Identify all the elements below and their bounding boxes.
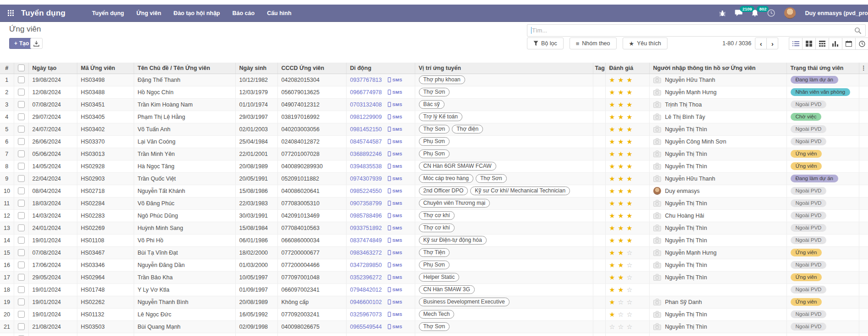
phone-link[interactable]: 0937767813: [350, 77, 382, 83]
table-row[interactable]: 19 19/01/2024 HS02262 Nguyễn Thanh Bình …: [0, 296, 868, 308]
star-icon[interactable]: ★: [627, 76, 633, 84]
phone-link[interactable]: 0703132408: [350, 101, 382, 108]
star-icon[interactable]: ★: [618, 286, 624, 293]
star-icon[interactable]: ★: [609, 150, 615, 158]
table-row[interactable]: 22: [0, 333, 868, 336]
row-checkbox[interactable]: [18, 299, 25, 305]
row-checkbox[interactable]: [18, 101, 25, 108]
col-recruiter[interactable]: Người nhập thông tin hồ sơ Ứng viên: [649, 63, 787, 74]
table-row[interactable]: 14 19/01/2024 HS01108 Võ Phi Hồ 06/01/19…: [0, 234, 868, 246]
star-icon[interactable]: ★: [627, 175, 633, 182]
phone-link[interactable]: 0981452150: [350, 126, 382, 133]
star-icon[interactable]: ☆: [618, 311, 624, 318]
debug-bug-icon[interactable]: [719, 10, 726, 16]
activity-view-button[interactable]: [855, 37, 868, 50]
star-icon[interactable]: ★: [627, 163, 633, 170]
phone-link[interactable]: 0946600102: [350, 299, 382, 305]
table-row[interactable]: 12 14/03/2024 HS02283 Ngô Phúc Dũng 30/0…: [0, 209, 868, 222]
star-icon[interactable]: ★: [618, 249, 624, 256]
star-icon[interactable]: ☆: [609, 323, 615, 331]
phone-link[interactable]: 0965549544: [350, 324, 382, 330]
sms-button[interactable]: SMS: [388, 102, 402, 107]
kanban-view-button[interactable]: [802, 37, 816, 50]
phone-link[interactable]: 0933751892: [350, 225, 382, 231]
menu-cau-hinh[interactable]: Cấu hình: [267, 10, 291, 16]
phone-link[interactable]: 0325967073: [350, 311, 382, 318]
star-icon[interactable]: ★: [609, 89, 615, 96]
row-checkbox[interactable]: [18, 212, 25, 219]
star-icon[interactable]: ☆: [627, 249, 633, 256]
search-icon[interactable]: [854, 27, 862, 34]
phone-link[interactable]: 0985788496: [350, 213, 382, 219]
sms-button[interactable]: SMS: [388, 287, 402, 292]
table-row[interactable]: 21 21/08/2024 HS03503 Bùi Quang Mạnh 02/…: [0, 320, 868, 333]
sms-button[interactable]: SMS: [388, 312, 402, 317]
sms-button[interactable]: SMS: [388, 225, 402, 230]
row-checkbox[interactable]: [18, 274, 25, 281]
sms-button[interactable]: SMS: [388, 250, 402, 255]
user-name[interactable]: Duy enmasys (pvd_pro: [805, 10, 868, 16]
phone-link[interactable]: 0907358799: [350, 200, 382, 207]
row-checkbox[interactable]: [18, 138, 25, 145]
sms-button[interactable]: SMS: [388, 164, 402, 169]
row-checkbox[interactable]: [18, 76, 25, 83]
star-icon[interactable]: ★: [618, 274, 624, 281]
sms-button[interactable]: SMS: [388, 275, 402, 280]
table-row[interactable]: 6 26/06/2024 HS03370 Lại Văn Coóng 25/04…: [0, 135, 868, 148]
star-icon[interactable]: ★: [609, 274, 615, 281]
star-icon[interactable]: ★: [618, 113, 624, 121]
star-icon[interactable]: ★: [627, 187, 633, 195]
col-created[interactable]: Ngày tạo: [28, 63, 77, 74]
star-icon[interactable]: ★: [609, 286, 615, 293]
col-cccd[interactable]: CCCD Ứng viên: [277, 63, 346, 74]
star-icon[interactable]: ★: [609, 249, 615, 256]
list-view-button[interactable]: [789, 37, 803, 50]
star-icon[interactable]: ★: [618, 175, 624, 182]
sms-button[interactable]: SMS: [388, 201, 402, 206]
sms-button[interactable]: SMS: [388, 127, 402, 132]
row-checkbox[interactable]: [18, 224, 25, 231]
user-avatar[interactable]: [784, 7, 796, 19]
sms-button[interactable]: SMS: [388, 77, 402, 82]
row-checkbox[interactable]: [18, 89, 25, 96]
select-all-checkbox[interactable]: [18, 64, 25, 71]
sms-button[interactable]: SMS: [388, 90, 402, 95]
sms-button[interactable]: SMS: [388, 188, 402, 193]
sms-button[interactable]: SMS: [388, 213, 402, 218]
row-checkbox[interactable]: [18, 323, 25, 330]
row-checkbox[interactable]: [18, 311, 25, 318]
menu-ung-vien[interactable]: Ứng viên: [136, 10, 161, 16]
sms-button[interactable]: SMS: [388, 139, 402, 144]
star-icon[interactable]: ★: [627, 101, 633, 108]
star-icon[interactable]: ★: [627, 200, 633, 207]
star-icon[interactable]: ★: [627, 237, 633, 244]
menu-bao-cao[interactable]: Báo cáo: [233, 10, 255, 16]
star-icon[interactable]: ★: [618, 163, 624, 170]
star-icon[interactable]: ★: [618, 76, 624, 84]
table-row[interactable]: 16 17/06/2024 HS03346 Nguyễn Đăng Dần 01…: [0, 259, 868, 271]
star-icon[interactable]: ★: [609, 200, 615, 207]
phone-link[interactable]: 0352396272: [350, 274, 382, 281]
star-icon[interactable]: ★: [609, 237, 615, 244]
phone-link[interactable]: 0983463272: [350, 250, 382, 256]
star-icon[interactable]: ☆: [618, 323, 624, 331]
star-icon[interactable]: ★: [609, 311, 615, 318]
phone-link[interactable]: 0966774978: [350, 89, 382, 96]
star-icon[interactable]: ★: [609, 163, 615, 170]
phone-link[interactable]: 0394835538: [350, 163, 382, 170]
col-dob[interactable]: Ngày sinh: [235, 63, 277, 74]
star-icon[interactable]: ☆: [627, 261, 633, 269]
star-icon[interactable]: ★: [618, 101, 624, 108]
table-row[interactable]: 3 07/08/2024 HS03451 Trần Kim Hoàng Nam …: [0, 98, 868, 111]
phone-link[interactable]: 0368892246: [350, 151, 382, 157]
pager-previous-button[interactable]: ‹: [755, 37, 767, 49]
star-icon[interactable]: ★: [609, 126, 615, 133]
table-row[interactable]: 8 14/05/2024 HS02928 Hà Ngọc Tăng 20/08/…: [0, 160, 868, 172]
graph-view-button[interactable]: [829, 37, 842, 50]
phone-link[interactable]: 0974307939: [350, 176, 382, 182]
table-row[interactable]: 7 05/06/2024 HS03013 Trần Minh Yên 22/01…: [0, 148, 868, 160]
star-icon[interactable]: ★: [609, 138, 615, 145]
search-input[interactable]: Tìm...: [527, 24, 866, 37]
sms-button[interactable]: SMS: [388, 176, 402, 181]
star-icon[interactable]: ☆: [627, 299, 633, 306]
